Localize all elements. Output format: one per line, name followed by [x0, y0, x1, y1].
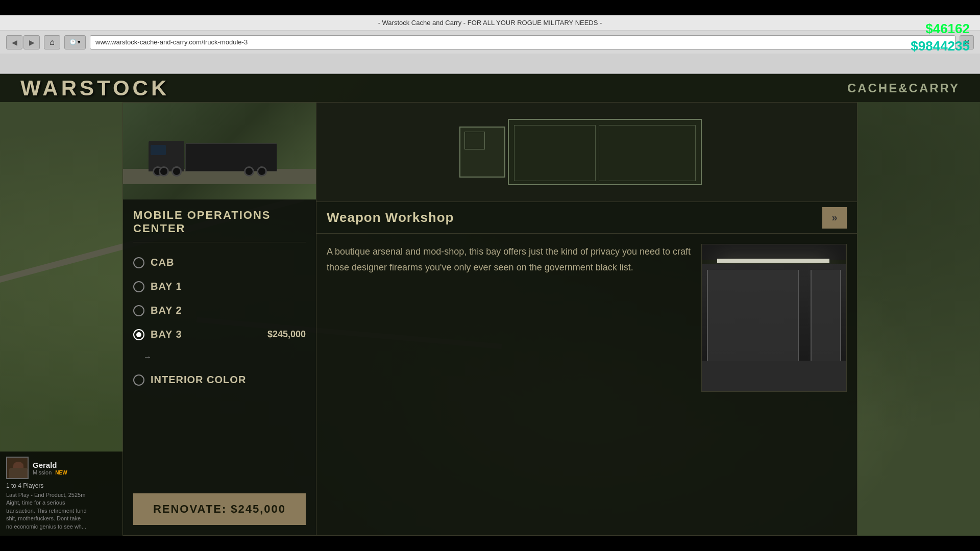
home-button[interactable]: ⌂ — [44, 35, 60, 49]
truck-trailer-shape — [185, 143, 277, 171]
blueprint-trailer-inner-left — [514, 125, 596, 181]
option-cab-label: CAB — [151, 257, 174, 268]
top-bar — [0, 0, 980, 15]
module-nav-button[interactable]: » — [822, 207, 847, 229]
module-selector: Weapon Workshop » — [316, 202, 857, 234]
options-list: CAB BAY 1 BAY 2 BAY 3 — [123, 246, 316, 396]
player-avatar — [6, 457, 29, 479]
money-display: $46162 $9844235 — [911, 20, 970, 55]
option-bay3[interactable]: BAY 3 $245,000 — [133, 323, 306, 345]
browser-nav-bar: ◀ ▶ ⌂ 🕐 ▾ www.warstock-cache-and-carry.c… — [0, 31, 980, 54]
module-image — [701, 244, 847, 392]
truck-wheel-5 — [257, 166, 267, 177]
mission-badge: Mission NEW — [33, 469, 67, 475]
radio-inner-interior — [136, 378, 141, 383]
browser-title-bar: - Warstock Cache and Carry - FOR ALL YOU… — [0, 15, 980, 31]
player-name: Gerald — [33, 461, 67, 469]
option-bay1[interactable]: BAY 1 — [133, 276, 306, 297]
browser-chrome: - Warstock Cache and Carry - FOR ALL YOU… — [0, 15, 980, 74]
blueprint-area — [316, 103, 857, 202]
radio-cab[interactable] — [133, 257, 144, 268]
right-panel: Weapon Workshop » A boutique arsenal and… — [316, 102, 857, 536]
radio-inner-cab — [136, 260, 141, 265]
separator-line — [133, 242, 306, 242]
money-line-2: $9844235 — [911, 38, 970, 55]
browser-title: - Warstock Cache and Carry - FOR ALL YOU… — [378, 19, 602, 27]
main-content: MOBILE OPERATIONS CENTER CAB BAY 1 — [122, 102, 857, 536]
option-bay1-label: BAY 1 — [151, 281, 182, 292]
left-panel: MOBILE OPERATIONS CENTER CAB BAY 1 — [122, 102, 316, 536]
player-info: Gerald Mission NEW 1 to 4 Players Last P… — [0, 452, 122, 536]
blueprint-container — [459, 116, 715, 188]
player-msg1: Aight, time for a serious — [6, 499, 116, 507]
option-arrow-row: → — [133, 347, 306, 367]
warstock-header: WARSTOCK CACHE&CARRY — [0, 74, 980, 102]
vehicle-name: MOBILE OPERATIONS CENTER — [123, 199, 316, 238]
option-bay3-price: $245,000 — [267, 329, 306, 340]
player-details: Gerald Mission NEW — [33, 461, 67, 475]
blueprint-trailer-inner-right — [599, 125, 696, 181]
mission-label: Mission — [33, 469, 52, 475]
radio-inner-bay1 — [136, 284, 141, 289]
option-cab[interactable]: CAB — [133, 252, 306, 273]
player-lastplay: Last Play - End Product, 2525m — [6, 491, 116, 499]
option-bay2-label: BAY 2 — [151, 305, 182, 316]
back-button[interactable]: ◀ — [6, 35, 22, 49]
player-row: Gerald Mission NEW — [6, 457, 116, 479]
radio-bay2[interactable] — [133, 305, 144, 316]
warstock-logo: WARSTOCK — [20, 76, 169, 101]
radio-bay3[interactable] — [133, 329, 144, 340]
arrow-icon: → — [143, 353, 152, 362]
cache-carry-logo: CACHE&CARRY — [847, 81, 960, 95]
new-badge: NEW — [55, 470, 67, 475]
blueprint-trailer-top — [508, 119, 702, 185]
blueprint-cab-top — [459, 127, 505, 178]
module-detail: A boutique arsenal and mod-shop, this ba… — [316, 234, 857, 535]
player-msg3: shit, motherfuckers. Dont take — [6, 515, 116, 522]
radio-bay1[interactable] — [133, 281, 144, 292]
module-description: A boutique arsenal and mod-shop, this ba… — [327, 244, 691, 525]
history-arrow: ▾ — [78, 39, 81, 45]
ws-rack-left — [707, 270, 799, 362]
radio-inner-bay2 — [136, 308, 141, 313]
module-name: Weapon Workshop — [327, 210, 817, 226]
player-msg2: transaction. This retirement fund — [6, 507, 116, 515]
renovate-button[interactable]: RENOVATE: $245,000 — [133, 493, 306, 525]
bottom-bar — [0, 536, 980, 551]
option-bay3-label: BAY 3 — [151, 329, 182, 340]
money-line-1: $46162 — [911, 20, 970, 38]
interior-color-row[interactable]: INTERIOR COLOR — [133, 369, 306, 391]
player-msg4: no economic genius to see wh... — [6, 523, 116, 531]
interior-color-label: INTERIOR COLOR — [151, 374, 246, 386]
truck-wheel-6 — [244, 166, 254, 177]
forward-button[interactable]: ▶ — [23, 35, 40, 49]
url-text: www.warstock-cache-and-carry.com/truck-m… — [95, 38, 248, 46]
option-bay2[interactable]: BAY 2 — [133, 299, 306, 321]
nav-btn-group: ◀ ▶ — [6, 35, 40, 49]
ws-ceiling — [702, 244, 846, 260]
player-count: 1 to 4 Players — [6, 482, 116, 489]
blueprint-cab-inner — [464, 132, 485, 149]
truck-wheel-4 — [172, 166, 182, 177]
ws-light — [717, 259, 829, 263]
ws-floor — [702, 361, 846, 391]
radio-interior[interactable] — [133, 374, 144, 386]
history-button[interactable]: 🕐 ▾ — [64, 35, 86, 49]
url-bar[interactable]: www.warstock-cache-and-carry.com/truck-m… — [90, 35, 955, 49]
vehicle-image — [123, 103, 316, 199]
truck-body — [149, 141, 277, 171]
ws-rack-right — [811, 270, 841, 362]
truck-wheel-3 — [159, 166, 169, 177]
history-icon: 🕐 — [69, 39, 77, 45]
radio-inner-bay3 — [136, 332, 141, 337]
